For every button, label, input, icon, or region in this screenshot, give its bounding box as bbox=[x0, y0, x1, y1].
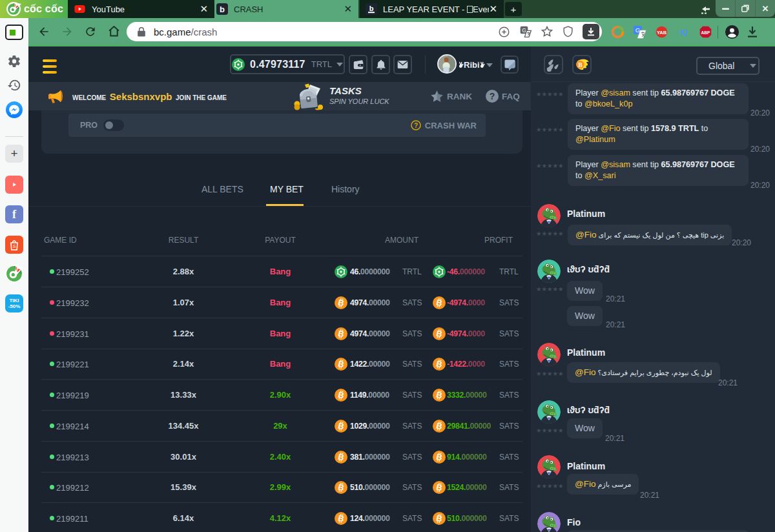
svg-text:?: ? bbox=[414, 122, 418, 129]
svg-text:G: G bbox=[522, 27, 526, 34]
svg-text:b: b bbox=[220, 5, 225, 14]
svg-text:ABP: ABP bbox=[701, 30, 710, 35]
svg-text:YAB: YAB bbox=[657, 30, 667, 36]
svg-text:b: b bbox=[369, 5, 374, 12]
svg-text:?: ? bbox=[490, 91, 495, 101]
svg-text:B: B bbox=[578, 62, 583, 68]
svg-text:IQ: IQ bbox=[680, 28, 688, 36]
svg-text:S: S bbox=[13, 244, 16, 249]
